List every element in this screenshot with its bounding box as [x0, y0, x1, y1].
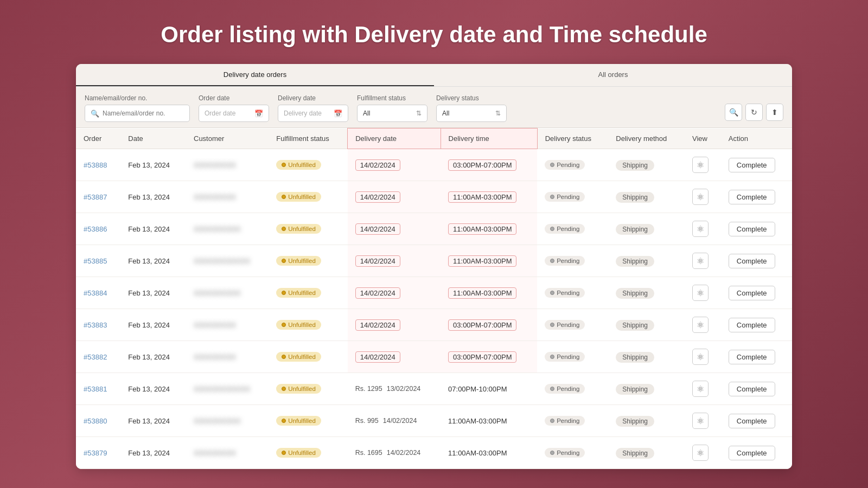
delivery-combined-cell: Rs. 99514/02/2024 [355, 417, 433, 425]
view-button[interactable]: ⚛ [692, 157, 709, 173]
fulfillment-select[interactable]: All Fulfilled Unfulfilled [363, 110, 413, 117]
shipping-badge: Shipping [616, 320, 654, 331]
col-view: View [685, 129, 721, 149]
delivery-method-cell: Shipping [608, 181, 685, 213]
view-cell: ⚛ [685, 181, 721, 213]
filter-name-label: Name/email/order no. [85, 94, 190, 102]
order-date-input[interactable]: Order date 📅 [199, 105, 269, 122]
order-number-cell: #53880 [76, 405, 120, 437]
complete-button[interactable]: Complete [729, 414, 775, 428]
fulfillment-badge: Unfulfilled [276, 192, 321, 202]
customer-cell: XXXXXXXXXX [186, 277, 269, 309]
table-row: #53884Feb 13, 2024XXXXXXXXXXUnfulfilled1… [76, 277, 792, 309]
refresh-button[interactable]: ↻ [745, 104, 763, 121]
table-row: #53879Feb 13, 2024XXXXXXXXXUnfulfilledRs… [76, 437, 792, 469]
delivery-method-cell: Shipping [608, 437, 685, 469]
col-customer: Customer [186, 129, 269, 149]
order-link[interactable]: #53882 [84, 353, 107, 361]
order-link[interactable]: #53884 [84, 289, 107, 297]
view-cell: ⚛ [685, 405, 721, 437]
order-link[interactable]: #53879 [84, 449, 107, 457]
view-cell: ⚛ [685, 341, 721, 373]
delivery-status-select[interactable]: All Pending Complete [442, 110, 492, 117]
view-button[interactable]: ⚛ [692, 445, 709, 461]
order-date-cell: Feb 13, 2024 [120, 405, 186, 437]
action-cell: Complete [721, 309, 792, 341]
tabs-row: Delivery date orders All orders [76, 64, 792, 87]
export-button[interactable]: ⬆ [766, 104, 783, 121]
fulfillment-badge: Unfulfilled [276, 320, 321, 330]
tab-all-orders[interactable]: All orders [434, 64, 792, 86]
complete-button[interactable]: Complete [729, 190, 775, 204]
customer-cell: XXXXXXXXX [186, 341, 269, 373]
delivery-status-select-wrap[interactable]: All Pending Complete ⇅ [436, 105, 507, 122]
view-button[interactable]: ⚛ [692, 349, 709, 365]
delivery-time-cell: 11:00AM-03:00PM [441, 245, 537, 277]
order-link[interactable]: #53880 [84, 417, 107, 425]
delivery-time-cell: 03:00PM-07:00PM [441, 149, 537, 181]
complete-button[interactable]: Complete [729, 382, 775, 396]
complete-button[interactable]: Complete [729, 254, 775, 268]
complete-button[interactable]: Complete [729, 446, 775, 460]
complete-button[interactable]: Complete [729, 158, 775, 172]
table-row: #53880Feb 13, 2024XXXXXXXXXXUnfulfilledR… [76, 405, 792, 437]
table-row: #53882Feb 13, 2024XXXXXXXXXUnfulfilled14… [76, 341, 792, 373]
view-button[interactable]: ⚛ [692, 317, 709, 333]
order-link[interactable]: #53886 [84, 225, 107, 233]
view-button[interactable]: ⚛ [692, 253, 709, 269]
search-input-wrap[interactable]: 🔍 [85, 105, 190, 122]
shipping-badge: Shipping [616, 224, 654, 235]
pending-badge: Pending [545, 192, 585, 202]
order-link[interactable]: #53881 [84, 385, 107, 393]
table-row: #53881Feb 13, 2024XXXXXXXXXXXXUnfulfille… [76, 373, 792, 405]
complete-button[interactable]: Complete [729, 318, 775, 332]
delivery-method-cell: Shipping [608, 309, 685, 341]
order-date-cell: Feb 13, 2024 [120, 277, 186, 309]
customer-cell: XXXXXXXXXXXX [186, 245, 269, 277]
customer-cell: XXXXXXXXXX [186, 405, 269, 437]
shipping-badge: Shipping [616, 352, 654, 363]
action-cell: Complete [721, 277, 792, 309]
order-link[interactable]: #53883 [84, 321, 107, 329]
view-button[interactable]: ⚛ [692, 221, 709, 237]
complete-button[interactable]: Complete [729, 350, 775, 364]
fulfillment-status-cell: Unfulfilled [269, 149, 347, 181]
fulfillment-status-cell: Unfulfilled [269, 373, 347, 405]
delivery-method-cell: Shipping [608, 277, 685, 309]
calendar-icon-delivery: 📅 [334, 110, 342, 118]
delivery-time-cell: 03:00PM-07:00PM [441, 341, 537, 373]
col-order: Order [76, 129, 120, 149]
pending-badge: Pending [545, 224, 585, 234]
delivery-method-cell: Shipping [608, 213, 685, 245]
view-button[interactable]: ⚛ [692, 413, 709, 429]
delivery-time-value: 11:00AM-03:00PM [448, 287, 516, 299]
filters-row: Name/email/order no. 🔍 Order date Order … [76, 87, 792, 128]
order-date-cell: Feb 13, 2024 [120, 373, 186, 405]
delivery-date-input[interactable]: Delivery date 📅 [278, 105, 348, 122]
complete-button[interactable]: Complete [729, 222, 775, 236]
view-button[interactable]: ⚛ [692, 285, 709, 301]
delivery-date-value: 13/02/2024 [387, 385, 421, 393]
order-link[interactable]: #53885 [84, 257, 107, 265]
delivery-time-value: 03:00PM-07:00PM [448, 159, 516, 171]
view-cell: ⚛ [685, 245, 721, 277]
view-button[interactable]: ⚛ [692, 381, 709, 397]
action-cell: Complete [721, 405, 792, 437]
delivery-date-value: 14/02/2024 [355, 191, 400, 203]
order-number-cell: #53887 [76, 181, 120, 213]
customer-cell: XXXXXXXXX [186, 149, 269, 181]
order-link[interactable]: #53887 [84, 193, 107, 201]
delivery-time-cell: 11:00AM-03:00PM [441, 405, 537, 437]
tab-delivery-orders[interactable]: Delivery date orders [76, 64, 434, 86]
chevron-ud-icon: ⇅ [416, 110, 422, 117]
search-input[interactable] [103, 110, 184, 117]
search-button[interactable]: 🔍 [725, 104, 742, 121]
fulfillment-select-wrap[interactable]: All Fulfilled Unfulfilled ⇅ [357, 105, 427, 122]
delivery-time-value: 03:00PM-07:00PM [448, 351, 516, 363]
shipping-badge: Shipping [616, 256, 654, 267]
orders-table-wrap: Order Date Customer Fulfillment status D… [76, 128, 792, 469]
fulfillment-badge: Unfulfilled [276, 352, 321, 362]
order-link[interactable]: #53888 [84, 161, 107, 169]
view-button[interactable]: ⚛ [692, 189, 709, 205]
complete-button[interactable]: Complete [729, 286, 775, 300]
